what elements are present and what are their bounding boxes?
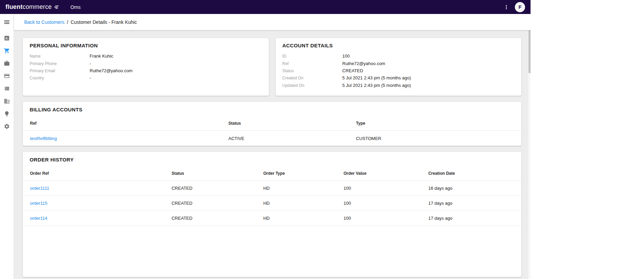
content-area: PERSONAL INFORMATION Name Frank Kuhic Pr… [14,30,531,279]
order-history-card: ORDER HISTORY Order Ref Status Order Typ… [23,152,521,277]
field-value: 5 Jul 2021 2:43 pm (5 months ago) [342,83,411,88]
billing-ref-cell: testRefBilliing [23,131,221,146]
field-row: ID 100 [282,52,515,60]
field-value: - [90,75,91,80]
order-ref-link[interactable]: order114 [30,216,47,221]
card-title: BILLING ACCOUNTS [23,102,521,116]
avatar[interactable]: F [515,2,525,12]
order-value-cell: 100 [336,211,421,226]
order-ref-cell: order1111 [23,181,164,196]
settings-icon[interactable] [0,122,14,130]
brand-mark-icon [53,5,59,10]
field-value: 100 [342,53,350,59]
field-label: Status [282,68,342,73]
order-ref-link[interactable]: order1111 [30,186,49,191]
menu-icon[interactable] [0,18,14,26]
field-label: Ref [282,61,342,66]
order-date-cell: 16 days ago [421,181,521,196]
breadcrumb-back-link[interactable]: Back to Customers [24,19,64,25]
table-row: testRefBilliing ACTIVE CUSTOMER [23,131,521,146]
table-row: order114 CREATED HD 100 17 days ago [23,211,521,226]
briefcase-icon[interactable] [0,59,14,67]
column-header: Order Ref [23,166,164,181]
brand-logo[interactable]: fluentcommerce [5,3,59,11]
field-value: CREATED [342,68,363,73]
order-value-cell: 100 [336,196,421,211]
card-title: PERSONAL INFORMATION [30,43,262,48]
column-header: Order Type [256,166,337,181]
building-icon[interactable] [0,97,14,105]
topbar: fluentcommerce Oms F [0,0,531,14]
table-row: order115 CREATED HD 100 17 days ago [23,196,521,211]
column-header: Ref [23,116,221,131]
card-title: ORDER HISTORY [23,152,521,166]
sidebar [0,14,14,279]
order-history-table: Order Ref Status Order Type Order Value … [23,166,521,226]
credit-card-icon[interactable] [0,72,14,80]
order-ref-cell: order115 [23,196,164,211]
field-label: Created On [282,76,342,80]
order-type-cell: HD [256,181,337,196]
billing-ref-link[interactable]: testRefBilliing [30,136,57,141]
column-header: Status [164,166,256,181]
bar-chart-icon[interactable] [0,34,14,42]
brand-logo-bold: fluent [5,3,22,11]
table-row: order1111 CREATED HD 100 16 days ago [23,181,521,196]
main-column: Back to Customers / Customer Details - F… [14,14,531,279]
field-row: Created On 5 Jul 2021 2:43 pm (5 months … [282,74,515,81]
order-status-cell: CREATED [164,196,256,211]
scrollbar-track[interactable] [528,30,531,279]
field-value: Frank Kuhic [90,53,113,59]
order-status-cell: CREATED [164,181,256,196]
brand-logo-light: commerce [22,3,52,11]
field-row: Status CREATED [282,67,515,74]
column-header: Creation Date [421,166,521,181]
order-date-cell: 17 days ago [421,196,521,211]
shopping-cart-icon[interactable] [0,47,14,55]
kebab-menu-icon[interactable] [503,3,510,11]
field-list: ID 100 Ref Ruthe72@yahoo.com Status CREA… [282,52,515,89]
scrollbar-thumb[interactable] [528,30,531,73]
table-header-row: Ref Status Type [23,116,521,131]
field-row: Name Frank Kuhic [30,52,262,60]
field-value: 5 Jul 2021 2:43 pm (5 months ago) [342,75,411,80]
column-header: Status [221,116,349,131]
card-title: ACCOUNT DETAILS [282,43,515,48]
field-label: ID [282,54,342,59]
account-details-card: ACCOUNT DETAILS ID 100 Ref Ruthe72@yahoo… [276,38,522,96]
billing-status-cell: ACTIVE [221,131,349,146]
billing-accounts-card: BILLING ACCOUNTS Ref Status Type [23,102,521,146]
order-ref-link[interactable]: order115 [30,201,47,206]
lightbulb-icon[interactable] [0,110,14,118]
breadcrumb: Back to Customers / Customer Details - F… [14,14,531,30]
field-list: Name Frank Kuhic Primary Phone - Primary… [30,52,262,82]
field-label: Updated On [282,83,342,88]
field-row: Ref Ruthe72@yahoo.com [282,60,515,67]
table-header-row: Order Ref Status Order Type Order Value … [23,166,521,181]
order-type-cell: HD [256,196,337,211]
column-header: Order Value [336,166,421,181]
card-filler [23,226,521,277]
order-date-cell: 17 days ago [421,211,521,226]
sidebar-nav [0,34,14,135]
billing-type-cell: CUSTOMER [349,131,521,146]
order-value-cell: 100 [336,181,421,196]
breadcrumb-separator: / [67,19,68,25]
personal-information-card: PERSONAL INFORMATION Name Frank Kuhic Pr… [23,38,269,96]
field-value: Ruthe72@yahoo.com [342,61,385,66]
summary-cards-row: PERSONAL INFORMATION Name Frank Kuhic Pr… [23,38,521,96]
breadcrumb-current: Customer Details - Frank Kuhic [71,19,137,25]
app-window: fluentcommerce Oms F [0,0,531,279]
order-type-cell: HD [256,211,337,226]
field-row: Primary Phone - [30,60,262,67]
field-row: Primary Email Ruthe72@yahoo.com [30,67,262,74]
avatar-initial: F [519,4,522,10]
topbar-actions: F [503,2,525,12]
field-value: - [90,61,91,66]
app-title: Oms [71,4,81,10]
list-icon[interactable] [0,84,14,93]
field-label: Country [30,76,90,80]
field-label: Name [30,54,90,59]
body-row: Back to Customers / Customer Details - F… [0,14,531,279]
order-ref-cell: order114 [23,211,164,226]
